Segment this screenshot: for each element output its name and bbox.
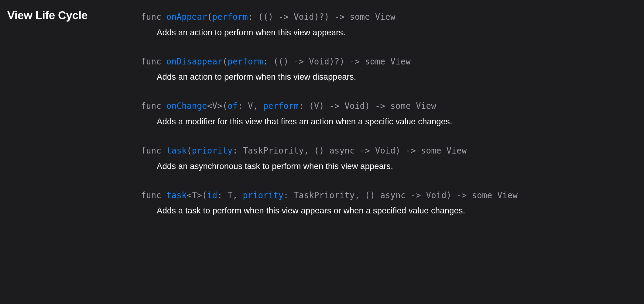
api-item-onchange: func onChange<V>(of: V, perform: (V) -> … <box>141 100 637 127</box>
api-description: Adds a task to perform when this view ap… <box>157 205 637 216</box>
method-name: onDisappear <box>166 57 222 66</box>
param-label: priority <box>192 146 233 155</box>
sig-text: : TaskPriority, () async -> Void) -> som… <box>233 146 467 155</box>
api-list: func onAppear(perform: (() -> Void)?) ->… <box>141 9 637 234</box>
sig-text: : TaskPriority, () async -> Void) -> som… <box>283 190 518 200</box>
api-signature[interactable]: func onAppear(perform: (() -> Void)?) ->… <box>141 11 637 23</box>
documentation-section: View Life Cycle func onAppear(perform: (… <box>7 9 637 234</box>
param-label: id <box>207 190 218 200</box>
api-description: Adds an asynchronous task to perform whe… <box>157 161 637 172</box>
keyword-func: func <box>141 101 166 111</box>
api-signature[interactable]: func task(priority: TaskPriority, () asy… <box>141 145 637 157</box>
sig-text: ( <box>207 12 212 22</box>
api-signature[interactable]: func onChange<V>(of: V, perform: (V) -> … <box>141 100 637 112</box>
api-item-task-id: func task<T>(id: T, priority: TaskPriori… <box>141 189 637 216</box>
sig-text: : V, <box>238 101 263 111</box>
method-name: onAppear <box>166 12 207 22</box>
api-item-ondisappear: func onDisappear(perform: (() -> Void)?)… <box>141 56 637 83</box>
keyword-func: func <box>141 57 166 66</box>
sig-text: : (V) -> Void) -> some View <box>299 101 436 111</box>
param-label: perform <box>263 101 299 111</box>
method-name: task <box>166 146 187 155</box>
method-name: task <box>166 190 187 200</box>
section-title: View Life Cycle <box>7 9 129 22</box>
sig-text: ( <box>222 57 228 66</box>
param-label: perform <box>212 12 248 22</box>
param-label: of <box>228 101 238 111</box>
keyword-func: func <box>141 146 166 155</box>
sig-text: : (() -> Void)?) -> some View <box>248 12 396 22</box>
method-name: onChange <box>166 101 207 111</box>
api-description: Adds an action to perform when this view… <box>157 27 637 38</box>
api-description: Adds a modifier for this view that fires… <box>157 116 637 127</box>
section-sidebar: View Life Cycle <box>7 9 129 234</box>
api-signature[interactable]: func onDisappear(perform: (() -> Void)?)… <box>141 56 637 68</box>
sig-text: <V>( <box>207 101 228 111</box>
sig-text: : (() -> Void)?) -> some View <box>263 57 411 66</box>
api-item-onappear: func onAppear(perform: (() -> Void)?) ->… <box>141 11 637 38</box>
api-signature[interactable]: func task<T>(id: T, priority: TaskPriori… <box>141 189 637 202</box>
api-description: Adds an action to perform when this view… <box>157 71 637 82</box>
param-label: perform <box>228 57 263 66</box>
sig-text: <T>( <box>187 190 207 200</box>
api-item-task: func task(priority: TaskPriority, () asy… <box>141 145 637 172</box>
sig-text: ( <box>187 146 192 155</box>
keyword-func: func <box>141 190 166 200</box>
sig-text: : T, <box>217 190 243 200</box>
param-label: priority <box>243 190 283 200</box>
keyword-func: func <box>141 12 166 22</box>
